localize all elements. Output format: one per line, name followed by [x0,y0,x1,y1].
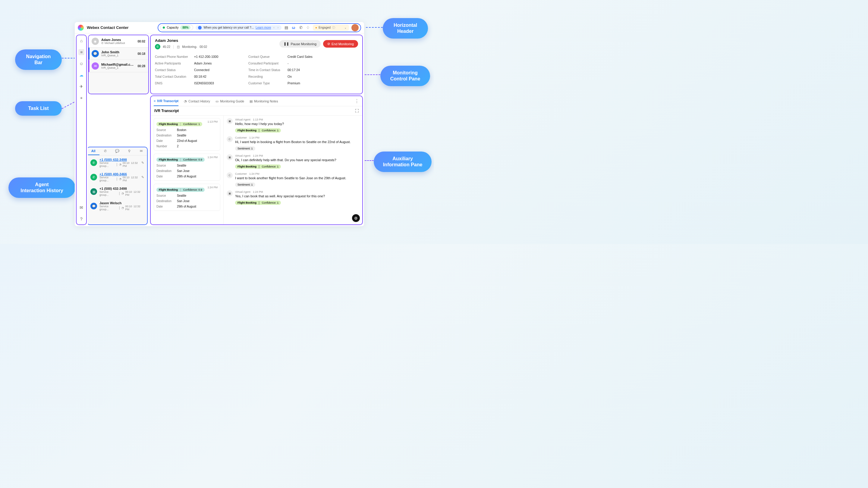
learn-more-link[interactable]: Learn more [255,26,271,29]
tab-monitoring-guide[interactable]: ▭Monitoring Guide [216,96,244,106]
field-label: Total Contact Duration [155,75,194,78]
field-label: Recording [248,75,287,78]
task-item[interactable]: 💬 John Smith IVR_Queue_1 00:18 [89,47,148,60]
field-label: Contact Phone Number [155,55,194,59]
ivr-card[interactable]: 1:13 PM Flight Booking│Confidence: 1 Sou… [154,118,220,151]
msg-time: 1:14 PM [249,136,259,139]
phone-icon[interactable]: ✆ [299,25,303,30]
history-item[interactable]: ✆ +1 (500) 432-3498 Service group... │ ◔… [88,156,147,170]
field-value: ISDN5503303 [194,82,248,85]
msg-time: 1:24 PM [253,190,263,193]
capacity-label: Capacity [167,26,179,29]
task-name: Michaelft@gmail.com [101,63,135,66]
location-icon[interactable]: ⌖ [79,95,84,101]
intent-tag: Flight Booking│Confidence: 1 [156,122,202,126]
capacity-pill[interactable]: Capacity 88% [160,25,193,30]
history-item[interactable]: ✆ +1 (500) 400-3466 Service group... │ ◔… [88,170,147,184]
more-icon[interactable]: ⋮ [354,98,359,104]
sms-icon: ▤ [90,188,97,195]
history-tab-chat[interactable]: 💬 [111,149,123,155]
history-item[interactable]: 💬 Jason Welsch Service group... │ ◔ 00:1… [88,199,147,213]
history-tab-social[interactable]: ⚲ [123,149,135,155]
task-item[interactable]: ✉ Michaelft@gmail.com IVR_Queue_1 00:28 [89,60,148,72]
transcript-message: ▣ Virtual Agent1:24 PM Yes, I can book t… [227,190,359,205]
nav-bar: ⌂ ≡ ☺ ☁ ✈ ⌖ ✉ ? [76,35,87,225]
clock-icon: ◔ [121,192,124,195]
tab-ivr-transcript[interactable]: ≡IVR Transcript [154,96,179,106]
chevron-left-icon[interactable]: ‹ [273,26,275,29]
chevron-right-icon[interactable]: › [277,26,279,29]
webex-icon[interactable]: ω [291,25,296,30]
field-label: Customer Type [248,82,287,85]
note-icon: ▤ [250,99,253,103]
callout-aux: AuxiliaryInformation Pane [374,152,432,172]
history-name: Jason Welsch [99,201,144,205]
info-icon: ⓘ [332,26,335,30]
field-value: - [287,61,324,65]
aux-tabs: ≡IVR Transcript ◔Contact History ▭Monito… [151,96,362,106]
kv-label: Number [156,144,177,148]
field-label: Consulted Participant [248,61,287,65]
tab-contact-history[interactable]: ◔Contact History [184,96,210,106]
kv-label: Source [156,194,177,197]
user-avatar[interactable] [351,24,359,31]
chat-icon[interactable]: ✉ [79,204,84,210]
list-icon[interactable]: ≡ [79,49,84,55]
pause-monitoring-button[interactable]: ❚❚ Pause Monitoring [279,40,321,47]
callout-tasks: Task List [15,101,62,116]
ivr-card[interactable]: 1:24 PM Flight Booking│Confidence: 0.9 S… [154,184,220,211]
card-time: 1:24 PM [207,156,218,159]
edit-icon[interactable]: ✎ [141,161,144,165]
history-tabs: All ✆ 💬 ⚲ ✉ [88,147,147,156]
history-tab-all[interactable]: All [88,149,99,155]
kv-label: Destination [156,169,177,173]
callout-header: HorizontalHeader [383,18,428,38]
msg-text: I want to book another flight from Seatt… [235,176,359,180]
msg-text: Hi, I want help in booking a flight from… [235,140,359,144]
field-value: Adam Jones [194,61,248,65]
agent-status[interactable]: ● Engaged ⓘ ⌄ [313,25,349,31]
tab-monitoring-notes[interactable]: ▤Monitoring Notes [250,96,278,106]
task-sub: IVR_Queue_1 [101,66,135,69]
task-item[interactable]: ◉ Adam Jones ✆ Michael Littlefoot 00:02 [89,35,148,47]
aux-heading: IVR Transcript [154,109,179,113]
phone-icon: ✆ [101,41,104,44]
ivr-cards-column: 1:13 PM Flight Booking│Confidence: 1 Sou… [151,116,224,224]
settings-fab-icon[interactable]: ⚙ [352,214,360,222]
chat-icon: 💬 [92,50,99,57]
edit-icon[interactable]: ✎ [141,175,144,179]
call-active-icon: ✆ [155,44,160,50]
notes-icon[interactable]: ▤ [284,25,289,30]
field-value: On [287,75,324,78]
cloud-icon[interactable]: ☁ [79,72,84,78]
kv-value: Seattle [177,134,186,137]
history-tab-email[interactable]: ✉ [135,149,147,155]
bot-icon: ▣ [227,190,233,196]
home-icon[interactable]: ⌂ [79,38,84,44]
history-item[interactable]: ▤ +1 (500) 432-3498 Service group... │ ◔… [88,184,147,199]
callout-history: AgentInteraction History [8,177,75,198]
callout-nav: NavigationBar [15,50,62,70]
kv-label: Source [156,164,177,167]
contacts-icon[interactable]: ☺ [79,61,84,67]
plane-icon[interactable]: ✈ [79,84,84,90]
customer-icon: C [227,172,233,178]
kv-label: Date [156,205,177,208]
msg-who: Virtual Agent [235,118,250,121]
intent-tag: Flight Booking│Confidence: 0.9 [156,158,205,162]
mail-icon: ✉ [92,62,99,70]
ivr-card[interactable]: 1:24 PM Flight Booking│Confidence: 0.9 S… [154,154,220,181]
app-window: Webex Contact Center Capacity 88% When y… [75,22,364,226]
transcript-message: C Customer1:14 PM Hi, I want help in boo… [227,136,359,151]
history-name[interactable]: +1 (500) 400-3466 [99,172,139,176]
history-tab-phone[interactable]: ✆ [99,149,112,155]
intent-tag: Flight Booking│Confidence: 1 [235,164,281,169]
info-banner[interactable]: When you get latency on your call ?... L… [195,25,281,30]
monitor-icon: ◫ [177,45,180,48]
help-icon[interactable]: ? [79,216,84,222]
history-name[interactable]: +1 (500) 432-3498 [99,158,139,161]
end-monitoring-button[interactable]: ⊘ End Monitoring [323,40,358,47]
history-sub: Service group... │ ◔ 00:10 12:32 PM [99,176,139,182]
bell-icon[interactable]: ♢ [306,25,310,30]
expand-icon[interactable]: ⛶ [355,109,359,113]
